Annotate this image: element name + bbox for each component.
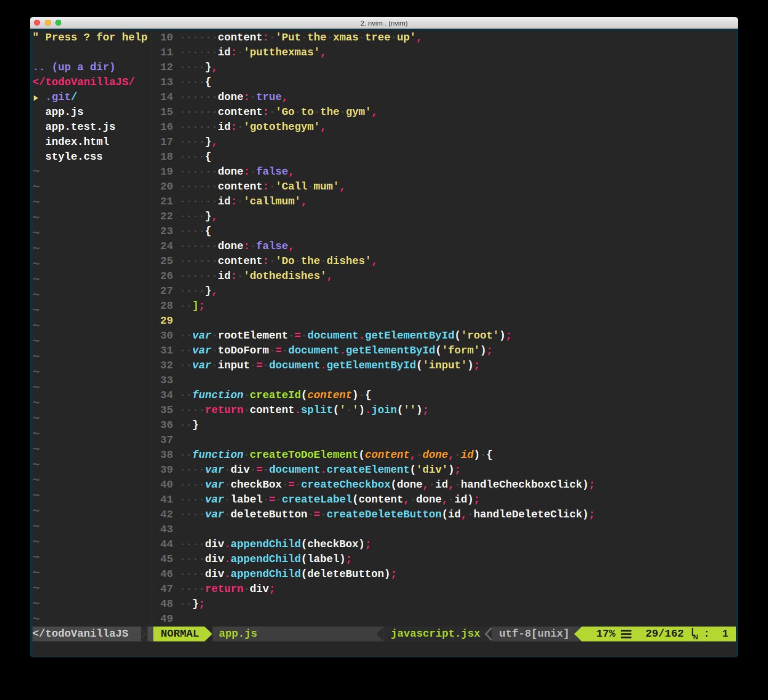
- svg-text:N: N: [693, 633, 698, 641]
